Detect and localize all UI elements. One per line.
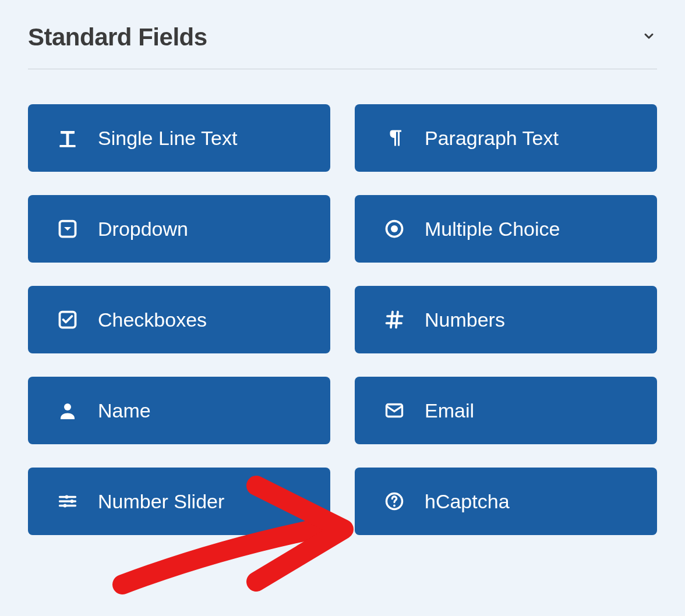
section-title: Standard Fields xyxy=(28,23,207,51)
field-number-slider[interactable]: Number Slider xyxy=(28,468,330,535)
text-cursor-icon xyxy=(56,126,79,150)
field-label: Single Line Text xyxy=(98,127,237,150)
field-label: Email xyxy=(425,399,474,422)
field-multiple-choice[interactable]: Multiple Choice xyxy=(355,195,657,263)
field-name[interactable]: Name xyxy=(28,377,330,444)
svg-point-4 xyxy=(64,403,71,410)
person-icon xyxy=(56,399,79,422)
field-label: Checkboxes xyxy=(98,309,207,331)
field-numbers[interactable]: Numbers xyxy=(355,286,657,353)
field-label: Name xyxy=(98,399,151,422)
svg-point-2 xyxy=(391,225,398,232)
field-label: Numbers xyxy=(425,309,505,331)
svg-point-10 xyxy=(393,505,396,507)
fields-grid: Single Line Text Paragraph Text Dropdown… xyxy=(28,104,657,535)
dropdown-icon xyxy=(56,217,79,240)
question-circle-icon xyxy=(383,490,406,513)
radio-icon xyxy=(383,217,406,240)
field-single-line-text[interactable]: Single Line Text xyxy=(28,104,330,172)
field-label: hCaptcha xyxy=(425,490,510,513)
field-checkboxes[interactable]: Checkboxes xyxy=(28,286,330,353)
field-label: Multiple Choice xyxy=(425,218,560,240)
field-label: Number Slider xyxy=(98,490,224,513)
collapse-toggle[interactable] xyxy=(641,29,657,45)
svg-point-8 xyxy=(63,504,67,508)
field-email[interactable]: Email xyxy=(355,377,657,444)
svg-point-7 xyxy=(70,500,74,503)
field-label: Paragraph Text xyxy=(425,127,559,150)
checkbox-icon xyxy=(56,308,79,331)
field-label: Dropdown xyxy=(98,218,188,240)
svg-point-6 xyxy=(65,495,69,499)
hash-icon xyxy=(383,308,406,331)
section-header: Standard Fields xyxy=(28,23,657,69)
chevron-down-icon xyxy=(642,29,656,45)
sliders-icon xyxy=(56,490,79,513)
field-paragraph-text[interactable]: Paragraph Text xyxy=(355,104,657,172)
field-hcaptcha[interactable]: hCaptcha xyxy=(355,468,657,535)
paragraph-icon xyxy=(383,126,406,150)
field-dropdown[interactable]: Dropdown xyxy=(28,195,330,263)
envelope-icon xyxy=(383,399,406,422)
